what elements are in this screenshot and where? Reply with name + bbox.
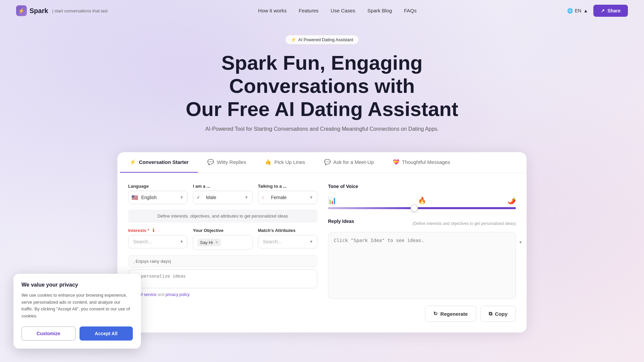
cookie-text: We use cookies to enhance your browsing … bbox=[21, 292, 133, 320]
tone-section: Tone of Voice 📊 🔥 🌶️ bbox=[328, 184, 516, 212]
talking-to-field-group: Talking to a ... ♀ Female Male Non-binar… bbox=[258, 184, 317, 204]
nav-links: How it works Features Use Cases Spark Bl… bbox=[258, 8, 417, 14]
nav-faqs[interactable]: FAQs bbox=[404, 8, 417, 13]
logo-name: Spark bbox=[30, 7, 48, 15]
language-selector[interactable]: 🌐 EN ▲ bbox=[567, 8, 588, 13]
hero-section: ⚡ AI Powered Dating Assistant Spark Fun,… bbox=[0, 21, 644, 152]
reply-ideas-hint: (Define interests and objectives to get … bbox=[413, 221, 516, 226]
personalize-input[interactable] bbox=[128, 269, 317, 288]
tabs: ⚡ Conversation Starter 💬 Witty Replies 🤙… bbox=[117, 152, 527, 173]
tone-slider-thumb[interactable] bbox=[411, 204, 418, 212]
regenerate-button[interactable]: ↻ Regenerate bbox=[425, 306, 476, 322]
tab-thoughtful-messages[interactable]: 💝 Thoughtful Messages bbox=[383, 152, 460, 173]
tab-ask-meetup[interactable]: 💬 Ask for a Meet-Up bbox=[315, 152, 383, 173]
tone-label: Tone of Voice bbox=[328, 184, 516, 189]
main-content: Language 🇺🇸 English Spanish French ▼ I a… bbox=[117, 173, 527, 333]
tab-conversation-starter-icon: ⚡ bbox=[129, 159, 136, 165]
i-am-field-group: I am a ... ♂ Male Female Non-binary ▼ bbox=[193, 184, 252, 204]
nav-spark-blog[interactable]: Spark Blog bbox=[367, 8, 392, 13]
ai-badge: ⚡ AI Powered Dating Assistant bbox=[285, 35, 359, 45]
customize-button[interactable]: Customize bbox=[21, 326, 75, 341]
attribute-example: , Enjoys rainy days) bbox=[128, 255, 317, 267]
i-am-label: I am a ... bbox=[193, 184, 252, 189]
tab-thoughtful-messages-icon: 💝 bbox=[393, 159, 399, 165]
tone-right-emoji: 🌶️ bbox=[507, 196, 516, 204]
cookie-title: We value your privacy bbox=[21, 282, 133, 288]
terms-line: terms of service and privacy policy bbox=[128, 292, 317, 297]
interests-label: Interests * ℹ bbox=[128, 228, 187, 233]
tab-witty-replies[interactable]: 💬 Witty Replies bbox=[198, 152, 256, 173]
male-icon: ♂ bbox=[196, 195, 200, 200]
interests-input[interactable] bbox=[128, 235, 187, 248]
i-am-select[interactable]: Male Female Non-binary bbox=[193, 191, 252, 204]
cookie-buttons: Customize Accept All bbox=[21, 326, 133, 341]
reply-ideas-section: Reply Ideas (Define interests and object… bbox=[328, 219, 516, 322]
chevron-up-icon: ▲ bbox=[583, 8, 588, 13]
hero-subtitle: AI-Powered Tool for Starting Conversatio… bbox=[205, 126, 439, 132]
nav-features[interactable]: Features bbox=[299, 8, 319, 13]
main-card: ⚡ Conversation Starter 💬 Witty Replies 🤙… bbox=[117, 152, 527, 333]
navbar-right: 🌐 EN ▲ ↗ Share bbox=[567, 5, 628, 17]
tone-slider-track[interactable] bbox=[328, 207, 516, 209]
second-fields-row: Interests * ℹ ▼ Your Objective Say Hi bbox=[128, 228, 317, 250]
language-select-wrapper: 🇺🇸 English Spanish French ▼ bbox=[128, 191, 187, 204]
reply-ideas-header: Reply Ideas (Define interests and object… bbox=[328, 219, 516, 229]
copy-icon: ⧉ bbox=[489, 311, 492, 317]
privacy-policy-link[interactable]: privacy policy bbox=[165, 292, 190, 297]
top-fields-row: Language 🇺🇸 English Spanish French ▼ I a… bbox=[128, 184, 317, 204]
language-label: Language bbox=[128, 184, 187, 189]
reply-ideas-textarea[interactable] bbox=[328, 232, 516, 299]
cookie-banner: We value your privacy We use cookies to … bbox=[13, 274, 141, 349]
reply-actions: ↻ Regenerate ⧉ Copy bbox=[328, 306, 516, 322]
tab-conversation-starter[interactable]: ⚡ Conversation Starter bbox=[120, 152, 198, 173]
attributes-input[interactable] bbox=[258, 235, 317, 248]
regenerate-icon: ↻ bbox=[433, 311, 438, 317]
talking-to-select-wrapper: ♀ Female Male Non-binary ▼ bbox=[258, 191, 317, 204]
interests-input-wrap: ▼ bbox=[128, 235, 187, 248]
tone-slider-wrap: 📊 🔥 🌶️ bbox=[328, 194, 516, 212]
language-field-group: Language 🇺🇸 English Spanish French ▼ bbox=[128, 184, 187, 204]
copy-button[interactable]: ⧉ Copy bbox=[480, 306, 516, 322]
attributes-input-wrap: ▼ bbox=[258, 235, 317, 248]
hint-bar: Define interests, objectives, and attrib… bbox=[128, 209, 317, 223]
logo[interactable]: ⚡ Spark | start conversations that last bbox=[16, 5, 108, 16]
badge-icon: ⚡ bbox=[291, 37, 296, 42]
objective-remove-icon[interactable]: ✕ bbox=[215, 240, 218, 245]
objective-tag: Say Hi ✕ bbox=[197, 239, 221, 246]
tone-left-emoji: 📊 bbox=[328, 196, 336, 204]
nav-how-it-works[interactable]: How it works bbox=[258, 8, 287, 13]
navbar: ⚡ Spark | start conversations that last … bbox=[0, 0, 644, 21]
attributes-field-group: Match's Attributes ▼ bbox=[258, 228, 317, 250]
badge-text: AI Powered Dating Assistant bbox=[298, 37, 353, 42]
objective-chevron-icon: ▼ bbox=[519, 240, 523, 245]
hero-title: Spark Fun, Engaging Conversations with O… bbox=[171, 51, 473, 121]
interests-field-group: Interests * ℹ ▼ bbox=[128, 228, 187, 250]
tab-pick-up-lines-icon: 🤙 bbox=[265, 159, 272, 165]
tab-pick-up-lines[interactable]: 🤙 Pick Up Lines bbox=[256, 152, 315, 173]
reply-ideas-label: Reply Ideas bbox=[328, 219, 354, 224]
globe-icon: 🌐 bbox=[567, 8, 573, 13]
talking-to-label: Talking to a ... bbox=[258, 184, 317, 189]
left-panel: Language 🇺🇸 English Spanish French ▼ I a… bbox=[128, 184, 317, 322]
objective-field-group: Your Objective Say Hi ✕ ▼ bbox=[193, 228, 252, 250]
attributes-label: Match's Attributes bbox=[258, 228, 317, 233]
i-am-select-wrapper: ♂ Male Female Non-binary ▼ bbox=[193, 191, 252, 204]
female-icon: ♀ bbox=[261, 195, 265, 200]
tab-witty-replies-icon: 💬 bbox=[207, 159, 214, 165]
tone-mid-emoji: 🔥 bbox=[418, 196, 426, 204]
slider-emojis: 📊 🔥 🌶️ bbox=[328, 196, 516, 204]
objective-label: Your Objective bbox=[193, 228, 252, 233]
flag-icon: 🇺🇸 bbox=[131, 194, 138, 201]
tab-ask-meetup-icon: 💬 bbox=[324, 159, 331, 165]
right-panel: Tone of Voice 📊 🔥 🌶️ Reply Ideas (D bbox=[328, 184, 516, 322]
objective-field[interactable]: Say Hi ✕ ▼ bbox=[193, 235, 252, 250]
nav-use-cases[interactable]: Use Cases bbox=[331, 8, 355, 13]
share-button[interactable]: ↗ Share bbox=[593, 5, 628, 17]
logo-tagline: | start conversations that last bbox=[52, 8, 108, 13]
accept-all-button[interactable]: Accept All bbox=[79, 326, 133, 341]
talking-to-select[interactable]: Female Male Non-binary bbox=[258, 191, 317, 204]
share-icon: ↗ bbox=[601, 8, 605, 13]
interests-info-icon[interactable]: ℹ bbox=[153, 228, 154, 233]
logo-icon: ⚡ bbox=[16, 5, 27, 16]
